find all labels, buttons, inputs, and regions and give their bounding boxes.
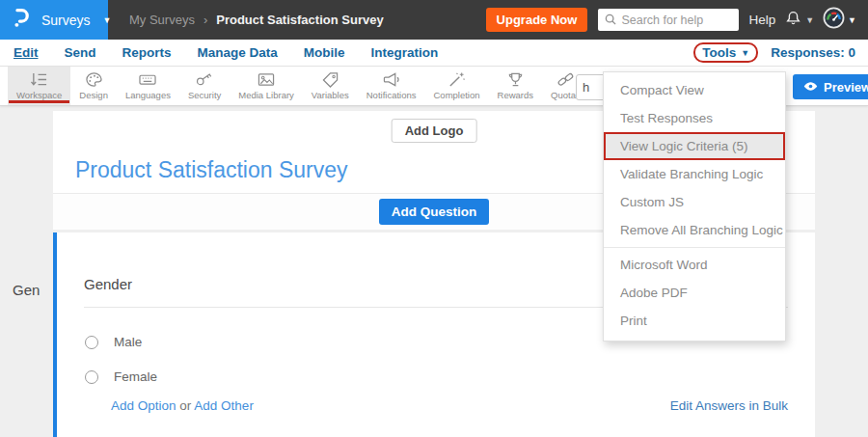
question-list-partial-label: Gen — [13, 282, 40, 298]
chevron-down-icon: ▼ — [848, 15, 856, 25]
option-label[interactable]: Male — [114, 335, 142, 349]
add-question-button[interactable]: Add Question — [379, 199, 490, 225]
help-link[interactable]: Help — [748, 13, 775, 27]
navbar-right: Tools ▼ Responses: 0 — [693, 42, 868, 63]
tab-reports[interactable]: Reports — [122, 45, 172, 60]
toolbar-item-design[interactable]: Design — [70, 67, 117, 105]
option-row-male[interactable]: Male — [85, 335, 142, 349]
survey-title[interactable]: Product Satisfaction Survey — [75, 157, 348, 183]
preview-label: Preview — [824, 80, 868, 95]
menu-item-remove-all-branching-logic[interactable]: Remove All Branching Logic — [604, 216, 785, 244]
tab-manage-data[interactable]: Manage Data — [198, 45, 278, 60]
toolbar-item-notifications[interactable]: Notifications — [358, 67, 425, 105]
menu-item-validate-branching-logic[interactable]: Validate Branching Logic — [604, 160, 785, 188]
menu-item-adobe-pdf[interactable]: Adobe PDF — [604, 279, 785, 307]
chevron-down-icon: ▼ — [103, 15, 112, 25]
menu-item-print[interactable]: Print — [604, 307, 785, 335]
edit-answers-in-bulk-link[interactable]: Edit Answers in Bulk — [670, 398, 788, 413]
avatar — [823, 7, 845, 33]
radio-button-icon[interactable] — [85, 336, 98, 349]
chevron-down-icon: ▼ — [805, 15, 814, 25]
key-icon — [195, 71, 214, 88]
preview-button[interactable]: Preview — [793, 74, 868, 99]
menu-item-view-logic-criteria[interactable]: View Logic Criteria (5) — [604, 132, 785, 160]
radio-button-icon[interactable] — [85, 370, 98, 384]
breadcrumb: My Surveys › Product Satisfaction Survey — [129, 13, 384, 27]
toolbar-item-rewards[interactable]: Rewards — [489, 67, 543, 105]
tools-dropdown-menu: Compact View Test Responses View Logic C… — [603, 71, 786, 341]
megaphone-icon — [382, 71, 401, 88]
palette-icon — [85, 71, 103, 88]
menu-item-custom-js[interactable]: Custom JS — [604, 188, 785, 216]
tab-edit[interactable]: Edit — [14, 45, 39, 60]
trophy-icon — [506, 71, 525, 88]
toolbar-item-label: Variables — [312, 90, 349, 100]
toolbar-item-languages[interactable]: Languages — [117, 67, 179, 105]
menu-separator — [604, 247, 785, 248]
toolbar-item-completion[interactable]: Completion — [425, 67, 489, 105]
toolbar-item-workspace[interactable]: Workspace — [8, 67, 70, 105]
question-title[interactable]: Gender — [84, 276, 132, 292]
toolbar-item-security[interactable]: Security — [179, 67, 230, 105]
app-menu-label: Surveys — [41, 13, 91, 28]
menu-item-test-responses[interactable]: Test Responses — [604, 104, 785, 132]
toolbar-item-label: Security — [188, 90, 221, 100]
account-menu[interactable]: ▼ — [823, 7, 856, 33]
tools-menu-button[interactable]: Tools ▼ — [693, 42, 758, 63]
app-switcher[interactable]: Surveys ▼ — [0, 0, 108, 40]
add-option-link[interactable]: Add Option — [111, 398, 176, 413]
responses-count[interactable]: Responses: 0 — [771, 45, 855, 60]
breadcrumb-separator-icon: › — [203, 13, 207, 27]
toolbar-item-media-library[interactable]: Media Library — [230, 67, 303, 105]
chain-icon — [556, 71, 575, 88]
add-logo-button[interactable]: Add Logo — [392, 119, 477, 143]
tools-label: Tools — [702, 45, 736, 60]
toolbar-item-label: Languages — [125, 90, 171, 100]
tab-mobile[interactable]: Mobile — [304, 45, 345, 60]
section-navbar: Edit Send Reports Manage Data Mobile Int… — [0, 40, 868, 67]
tab-send[interactable]: Send — [65, 45, 96, 60]
image-icon — [257, 71, 276, 88]
toolbar-item-variables[interactable]: Variables — [303, 67, 358, 105]
search-input[interactable] — [621, 14, 727, 27]
bell-icon — [784, 9, 802, 32]
toolbar-item-label: Media Library — [238, 90, 294, 100]
breadcrumb-current: Product Satisfaction Survey — [216, 13, 383, 27]
tag-icon — [321, 71, 339, 88]
toolbar-item-label: Workspace — [16, 90, 62, 100]
toolbar-item-label: Design — [79, 90, 108, 100]
menu-item-microsoft-word[interactable]: Microsoft Word — [604, 251, 785, 279]
add-other-link[interactable]: Add Other — [194, 398, 254, 413]
upgrade-now-button[interactable]: Upgrade Now — [486, 8, 588, 32]
search-icon — [605, 12, 616, 29]
tab-integration[interactable]: Integration — [371, 45, 439, 60]
help-search-box[interactable] — [598, 9, 739, 31]
proprofs-logo-icon — [13, 7, 29, 33]
toolbar-item-label: Rewards — [498, 90, 534, 100]
notifications-menu[interactable]: ▼ — [784, 9, 814, 32]
keyboard-icon — [138, 71, 157, 88]
toolbar-item-label: Notifications — [366, 90, 417, 100]
answer-links-row: Add Option or Add Other — [111, 398, 254, 413]
menu-item-compact-view[interactable]: Compact View — [604, 76, 785, 104]
option-label[interactable]: Female — [114, 369, 157, 384]
chevron-down-icon: ▼ — [741, 48, 749, 58]
breadcrumb-parent[interactable]: My Surveys — [129, 13, 195, 27]
survey-editor-app: Surveys ▼ My Surveys › Product Satisfact… — [0, 0, 868, 437]
topbar: Surveys ▼ My Surveys › Product Satisfact… — [0, 0, 868, 40]
wand-icon — [448, 71, 466, 88]
workspace-icon — [29, 71, 49, 88]
eye-icon — [803, 80, 818, 95]
or-text: or — [179, 398, 191, 413]
toolbar-item-label: Completion — [434, 90, 480, 100]
annotation-workspace-underline — [9, 100, 69, 103]
option-row-female[interactable]: Female — [85, 369, 157, 384]
